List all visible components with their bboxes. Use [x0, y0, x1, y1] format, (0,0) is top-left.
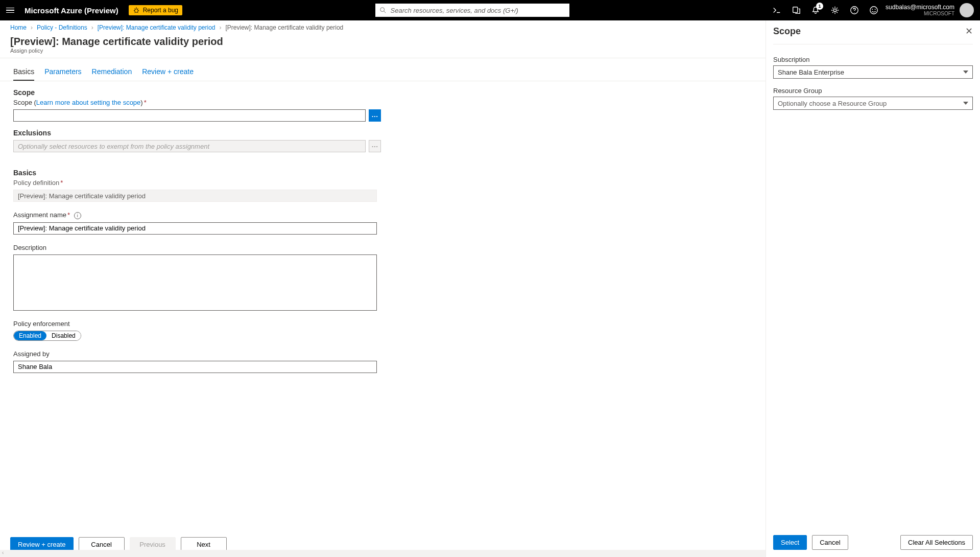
enforcement-disabled-button[interactable]: Disabled	[46, 331, 81, 340]
search-input[interactable]: Search resources, services, and docs (G+…	[375, 4, 569, 17]
chevron-down-icon	[963, 71, 968, 74]
top-bar: Microsoft Azure (Preview) Report a bug S…	[0, 0, 980, 20]
tab-basics[interactable]: Basics	[13, 67, 34, 81]
svg-point-1	[380, 8, 384, 12]
scope-panel: Scope ✕ Subscription Shane Bala Enterpri…	[766, 20, 980, 557]
enforcement-enabled-button[interactable]: Enabled	[14, 331, 46, 340]
policy-enforcement-toggle[interactable]: Enabled Disabled	[13, 331, 81, 341]
description-input[interactable]	[13, 254, 377, 311]
account-menu[interactable]: sudbalas@microsoft.com MICROSOFT	[886, 3, 974, 17]
subscription-dropdown[interactable]: Shane Bala Enterprise	[773, 65, 973, 79]
avatar	[960, 3, 974, 17]
account-tenant: MICROSOFT	[886, 11, 954, 17]
svg-point-6	[870, 7, 877, 14]
assigned-by-input[interactable]	[13, 361, 377, 373]
subscription-label: Subscription	[773, 56, 973, 63]
breadcrumb-current: [Preview]: Manage certificate validity p…	[226, 24, 344, 31]
svg-line-2	[384, 11, 386, 13]
scope-learn-more-link[interactable]: Learn more about setting the scope	[36, 99, 141, 106]
notification-badge: 1	[816, 3, 823, 10]
breadcrumb-link[interactable]: Policy - Definitions	[37, 24, 87, 31]
resource-group-dropdown[interactable]: Optionally choose a Resource Group	[773, 97, 973, 110]
policy-definition-input	[13, 190, 377, 202]
svg-point-0	[134, 9, 138, 12]
svg-point-8	[875, 9, 876, 10]
svg-rect-3	[793, 7, 798, 13]
close-icon[interactable]: ✕	[965, 26, 973, 37]
feedback-icon[interactable]	[869, 6, 878, 15]
brand-name: Microsoft Azure (Preview)	[25, 6, 118, 15]
cloud-shell-icon[interactable]	[772, 6, 781, 15]
topbar-icons: 1	[762, 6, 878, 15]
help-icon[interactable]	[850, 6, 859, 15]
account-email: sudbalas@microsoft.com	[886, 4, 954, 11]
tab-review-create[interactable]: Review + create	[142, 67, 194, 81]
svg-point-4	[833, 9, 836, 11]
panel-title: Scope	[773, 26, 801, 37]
svg-point-7	[872, 9, 873, 10]
notifications-icon[interactable]: 1	[811, 6, 820, 15]
resource-group-label: Resource Group	[773, 87, 973, 95]
info-icon[interactable]: i	[74, 212, 81, 219]
tab-parameters[interactable]: Parameters	[44, 67, 81, 81]
exclusions-picker-button: …	[369, 140, 381, 152]
report-bug-button[interactable]: Report a bug	[129, 5, 182, 15]
breadcrumb-link[interactable]: Home	[10, 24, 27, 31]
assignment-name-input[interactable]	[13, 222, 377, 235]
menu-icon[interactable]	[6, 5, 16, 15]
bug-icon	[133, 7, 140, 14]
scope-picker-button[interactable]: …	[369, 109, 381, 122]
panel-select-button[interactable]: Select	[773, 535, 807, 550]
directory-filter-icon[interactable]	[792, 6, 801, 15]
settings-icon[interactable]	[830, 6, 840, 15]
panel-clear-button[interactable]: Clear All Selections	[900, 535, 973, 550]
panel-cancel-button[interactable]: Cancel	[812, 535, 848, 550]
scope-input[interactable]	[13, 109, 366, 122]
chevron-down-icon	[963, 102, 968, 105]
exclusions-input	[13, 140, 366, 152]
tab-remediation[interactable]: Remediation	[92, 67, 132, 81]
search-icon	[379, 7, 387, 14]
breadcrumb-link[interactable]: [Preview]: Manage certificate validity p…	[98, 24, 216, 31]
